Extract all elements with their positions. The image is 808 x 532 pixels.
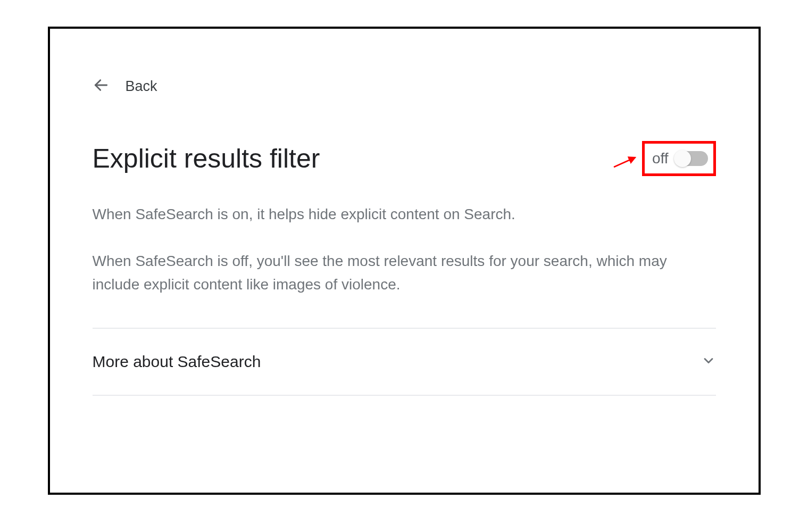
back-arrow-icon [93,77,110,96]
back-label: Back [126,78,157,95]
annotation-arrow-icon [613,155,638,171]
svg-line-1 [614,157,635,167]
more-about-safesearch-row[interactable]: More about SafeSearch [93,329,716,396]
toggle-state-label: off [652,150,669,167]
chevron-down-icon [701,353,716,370]
safesearch-toggle[interactable] [675,151,708,166]
description-on-text: When SafeSearch is on, it helps hide exp… [93,203,678,226]
back-button[interactable]: Back [93,77,157,96]
page-title: Explicit results filter [93,143,320,174]
toggle-highlight-box: off [642,141,716,176]
title-row: Explicit results filter off [93,141,716,176]
description-off-text: When SafeSearch is off, you'll see the m… [93,250,678,296]
settings-panel: Back Explicit results filter off When [48,27,761,495]
toggle-knob-icon [674,150,691,167]
more-about-label: More about SafeSearch [93,353,261,371]
